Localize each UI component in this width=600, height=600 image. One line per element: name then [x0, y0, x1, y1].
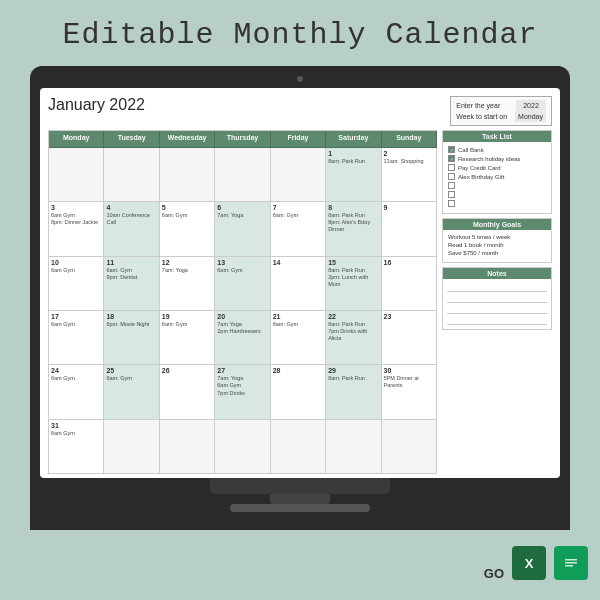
day-number: 19 [162, 313, 212, 320]
cal-cell: 36am Gym8pm: Dinner Jackie [49, 202, 104, 256]
calendar-event: 6am Gym [217, 382, 267, 389]
cal-cell: 76am: Gym [271, 202, 326, 256]
calendar-event: 8am: Park Run [328, 375, 378, 382]
task-checkbox[interactable]: ✓ [448, 146, 455, 153]
calendar-event: 6am Gym [51, 267, 101, 274]
task-item [448, 200, 546, 207]
week-label: Week to start on [456, 111, 507, 122]
note-line [447, 282, 547, 292]
day-number: 18 [106, 313, 156, 320]
task-checkbox[interactable] [448, 200, 455, 207]
day-number: 3 [51, 204, 101, 211]
task-label: Pay Credit Card [458, 165, 501, 171]
day-number: 14 [273, 259, 323, 266]
cal-cell: 23 [382, 311, 437, 365]
day-number: 25 [106, 367, 156, 374]
monitor-foot [230, 504, 370, 512]
svg-rect-2 [565, 562, 577, 564]
title-area: Editable Monthly Calendar [0, 0, 600, 66]
task-list-header: Task List [443, 131, 551, 142]
calendar-event: 8am: Park Run [328, 267, 378, 274]
monthly-goals-section: Monthly Goals Workout 5 times / weekRead… [442, 218, 552, 263]
settings-box: Enter the year 2022 Week to start on Mon… [450, 96, 552, 126]
content-area: MondayTuesdayWednesdayThursdayFridaySatu… [48, 130, 552, 474]
year-label: Enter the year [456, 100, 500, 111]
cal-cell: 246am Gym [49, 365, 104, 419]
cal-cell: 256am: Gym [104, 365, 159, 419]
calendar-event: 6am Gym [51, 321, 101, 328]
year-value: 2022 [516, 100, 546, 111]
cal-cell: 106am Gym [49, 257, 104, 311]
monitor-stand [270, 494, 330, 504]
day-number: 24 [51, 367, 101, 374]
task-checkbox[interactable] [448, 173, 455, 180]
day-number: 17 [51, 313, 101, 320]
cal-cell: 116am: Gym9pm: Dentist [104, 257, 159, 311]
cal-cell: 316am Gym [49, 420, 104, 474]
cal-cell [326, 420, 381, 474]
day-header-thursday: Thursday [215, 131, 270, 147]
calendar-event: 8am: Park Run [328, 321, 378, 328]
task-list-section: Task List ✓Call Bank✓Research holiday id… [442, 130, 552, 214]
cal-cell: 305PM Dinner at Parents [382, 365, 437, 419]
task-item: Pay Credit Card [448, 164, 546, 171]
cal-cell: 196am: Gym [160, 311, 215, 365]
cal-cell [104, 420, 159, 474]
notes-section: Notes [442, 267, 552, 330]
day-header-tuesday: Tuesday [104, 131, 159, 147]
calendar-event: 7am: Yoga [217, 375, 267, 382]
goal-item: Read 1 book / month [448, 242, 546, 248]
day-number: 4 [106, 204, 156, 211]
svg-rect-1 [565, 559, 577, 561]
day-number: 13 [217, 259, 267, 266]
day-number: 12 [162, 259, 212, 266]
cal-cell [49, 148, 104, 202]
screen-content: January 2022 Enter the year 2022 Week to… [40, 88, 560, 478]
cal-cell: 127am: Yoga [160, 257, 215, 311]
task-checkbox[interactable]: ✓ [448, 155, 455, 162]
week-value: Monday [515, 111, 546, 122]
cal-cell: 216am: Gym [271, 311, 326, 365]
task-item [448, 182, 546, 189]
day-number: 21 [273, 313, 323, 320]
cal-cell [271, 420, 326, 474]
calendar-event: 6am: Gym [217, 267, 267, 274]
day-number: 2 [384, 150, 434, 157]
calendar-grid: MondayTuesdayWednesdayThursdayFridaySatu… [48, 130, 437, 474]
calendar-event: 8am: Park Run [328, 212, 378, 219]
calendar-event: 6am: Gym [162, 321, 212, 328]
calendar-header: January 2022 Enter the year 2022 Week to… [48, 96, 552, 126]
cal-cell [271, 148, 326, 202]
goal-item: Save $750 / month [448, 250, 546, 256]
cal-cell: 298am: Park Run [326, 365, 381, 419]
task-checkbox[interactable] [448, 191, 455, 198]
monitor-screen: January 2022 Enter the year 2022 Week to… [40, 88, 560, 478]
task-label: Research holiday ideas [458, 156, 520, 162]
day-number: 30 [384, 367, 434, 374]
day-number: 31 [51, 422, 101, 429]
day-number: 7 [273, 204, 323, 211]
go-text: GO [484, 567, 504, 580]
calendar-event: 8pm: Alex's Bday Dinner [328, 219, 378, 233]
day-number: 27 [217, 367, 267, 374]
cal-cell: 136am: Gym [215, 257, 270, 311]
day-header-friday: Friday [271, 131, 326, 147]
calendar-event: 2pm Hairdressers [217, 328, 267, 335]
calendar-event: 2pm: Lunch with Mum [328, 274, 378, 288]
calendar-event: 6am Gym [51, 212, 101, 219]
notes-body [443, 279, 551, 329]
note-line [447, 315, 547, 325]
monthly-goals-body: Workout 5 times / weekRead 1 book / mont… [443, 230, 551, 262]
page-title: Editable Monthly Calendar [62, 18, 537, 52]
day-number: 1 [328, 150, 378, 157]
task-checkbox[interactable] [448, 164, 455, 171]
calendar-event: 8am: Park Run [328, 158, 378, 165]
day-number: 9 [384, 204, 434, 211]
day-number: 15 [328, 259, 378, 266]
excel-badge: X [512, 546, 546, 580]
task-checkbox[interactable] [448, 182, 455, 189]
day-number: 6 [217, 204, 267, 211]
note-line [447, 304, 547, 314]
bottom-bar: GO X [0, 530, 600, 580]
cal-cell [160, 420, 215, 474]
